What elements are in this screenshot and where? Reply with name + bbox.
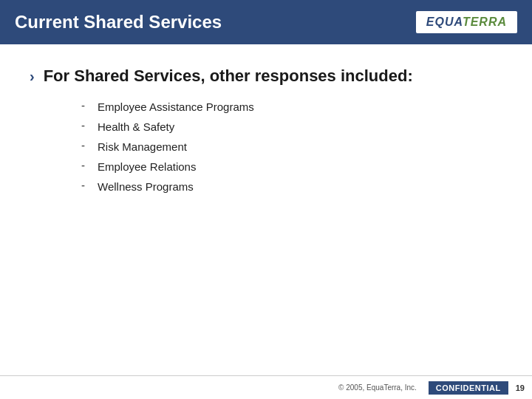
dash-icon: - [81, 159, 90, 171]
list-item-text: Wellness Programs [98, 179, 194, 194]
sub-list: - Employee Assistance Programs - Health … [81, 99, 502, 194]
page-title: Current Shared Services [15, 12, 222, 33]
list-item: - Employee Relations [81, 159, 502, 174]
list-item: - Employee Assistance Programs [81, 99, 502, 115]
list-item: - Risk Management [81, 139, 502, 154]
list-item-text: Health & Safety [98, 119, 174, 134]
dash-icon: - [81, 179, 90, 191]
main-content: › For Shared Services, other responses i… [0, 44, 532, 221]
section-title: For Shared Services, other responses inc… [44, 66, 413, 86]
dash-icon: - [81, 99, 90, 112]
footer: © 2005, EquaTerra, Inc. CONFIDENTIAL 19 [0, 375, 532, 399]
arrow-bullet-icon: › [30, 68, 35, 85]
header-bar: Current Shared Services EQUATERRA [0, 0, 532, 44]
page-number: 19 [516, 383, 525, 392]
logo: EQUATERRA [426, 16, 507, 28]
dash-icon: - [81, 139, 90, 151]
copyright-text: © 2005, EquaTerra, Inc. [338, 383, 417, 392]
list-item-text: Risk Management [98, 139, 187, 154]
list-item: - Wellness Programs [81, 179, 502, 194]
logo-area: EQUATERRA [416, 11, 517, 33]
list-item-text: Employee Relations [98, 159, 196, 174]
list-item: - Health & Safety [81, 119, 502, 134]
list-item-text: Employee Assistance Programs [98, 99, 254, 115]
confidential-badge: CONFIDENTIAL [429, 381, 508, 395]
bullet-header: › For Shared Services, other responses i… [30, 66, 502, 86]
dash-icon: - [81, 119, 90, 132]
